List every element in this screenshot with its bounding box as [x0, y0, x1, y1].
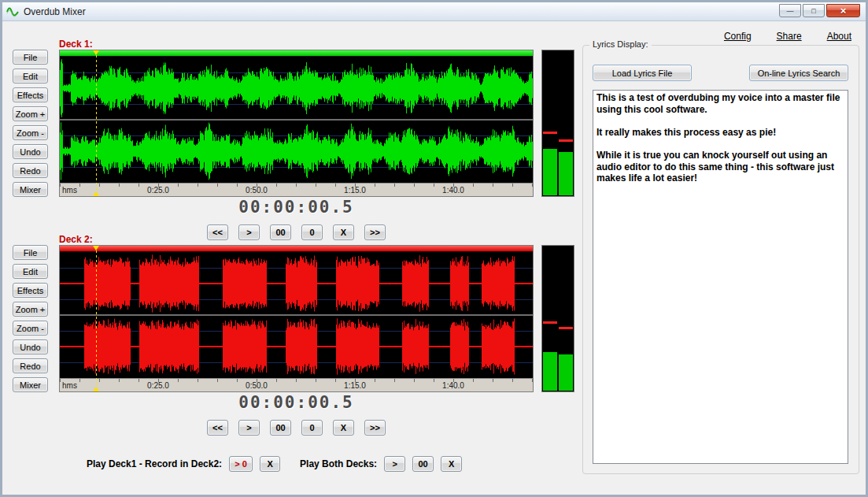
deck2-stop-button[interactable]: X — [333, 420, 354, 436]
about-link[interactable]: About — [827, 31, 851, 42]
vu-peak-marker — [559, 139, 573, 142]
deck1-progress-bar[interactable] — [60, 50, 533, 57]
app-icon — [6, 6, 20, 18]
play-both-button[interactable]: > — [384, 456, 405, 472]
timeline-tick-label: 0:25.0 — [135, 186, 182, 195]
deck2-rewind-button[interactable]: << — [207, 420, 228, 436]
vu-peak-marker — [559, 327, 573, 329]
play-both-reset-button[interactable]: 00 — [412, 456, 434, 472]
client-area: Config Share About Deck 1: File Edit Eff… — [2, 21, 866, 495]
deck2-reset-0-button[interactable]: 0 — [301, 420, 323, 436]
deck1-undo-button[interactable]: Undo — [13, 144, 48, 159]
deck1-vu-meter — [541, 50, 574, 197]
deck2-play-button[interactable]: > — [238, 420, 260, 436]
timeline-tick-label: 1:40.0 — [430, 381, 477, 390]
deck1-wave-panel: hms 0:25.0 0:50.0 1:15.0 1:40.0 — [59, 50, 534, 197]
deck1-effects-button[interactable]: Effects — [13, 87, 48, 102]
deck1-file-button[interactable]: File — [13, 50, 48, 65]
timeline-tick-label: 1:40.0 — [430, 186, 477, 195]
vu-level-fill — [559, 354, 573, 391]
deck2-zoom-out-button[interactable]: Zoom - — [13, 321, 48, 336]
window-title: Overdub Mixer — [24, 6, 86, 17]
deck2-zoom-in-button[interactable]: Zoom + — [13, 302, 48, 317]
play-both-label: Play Both Decks: — [300, 458, 377, 469]
timeline-tick-label: 0:50.0 — [233, 186, 280, 195]
deck2-playhead-cursor[interactable] — [96, 246, 97, 391]
deck2-effects-button[interactable]: Effects — [13, 283, 48, 298]
deck1-rewind-button[interactable]: << — [207, 224, 228, 240]
deck2-progress-bar[interactable] — [60, 246, 533, 252]
deck1-redo-button[interactable]: Redo — [13, 163, 48, 178]
timeline-unit-label: hms — [62, 186, 77, 195]
deck2-time-display: 00:00:00.5 — [59, 393, 534, 412]
deck1-edit-button[interactable]: Edit — [13, 69, 48, 83]
titlebar[interactable]: Overdub Mixer — □ × — [2, 2, 866, 21]
deck2-redo-button[interactable]: Redo — [13, 358, 48, 373]
deck1-waveform[interactable] — [60, 57, 533, 183]
maximize-button[interactable]: □ — [803, 4, 825, 17]
deck2-file-button[interactable]: File — [13, 245, 48, 260]
timeline-tick-label: 0:50.0 — [233, 381, 280, 390]
timeline-tick-label: 1:15.0 — [331, 381, 379, 390]
share-link[interactable]: Share — [777, 31, 802, 42]
deck1-label: Deck 1: — [59, 39, 93, 50]
deck1-time-display: 00:00:00.5 — [59, 198, 534, 217]
overdub-mixer-window: Overdub Mixer — □ × Config Share About D… — [0, 0, 868, 497]
lyrics-panel: Lyrics Display: Load Lyrics File On-line… — [582, 45, 859, 474]
vu-level-fill — [543, 352, 557, 391]
overdub-record-button[interactable]: > 0 — [229, 456, 253, 472]
vu-level-fill — [559, 152, 573, 195]
vu-peak-marker — [543, 132, 557, 134]
minimize-button[interactable]: — — [779, 4, 801, 17]
vu-channel-right — [559, 247, 573, 391]
vu-level-fill — [543, 149, 557, 195]
deck2-timeline: hms 0:25.0 0:50.0 1:15.0 1:40.0 — [60, 378, 533, 391]
deck1-playhead-cursor[interactable] — [96, 50, 97, 196]
deck1-zoom-in-button[interactable]: Zoom + — [13, 106, 48, 121]
deck1-forward-button[interactable]: >> — [364, 224, 386, 240]
deck2-button-column: File Edit Effects Zoom + Zoom - Undo Red… — [13, 245, 48, 392]
deck2-undo-button[interactable]: Undo — [13, 339, 48, 354]
deck2-transport: << > 00 0 X >> — [59, 420, 534, 436]
deck2-edit-button[interactable]: Edit — [13, 264, 48, 279]
deck2-reset-00-button[interactable]: 00 — [270, 420, 291, 436]
close-button[interactable]: × — [826, 4, 860, 17]
timeline-unit-label: hms — [62, 381, 77, 390]
deck2-mixer-button[interactable]: Mixer — [13, 377, 48, 392]
deck1-transport: << > 00 0 X >> — [59, 224, 534, 240]
vu-channel-left — [543, 247, 557, 391]
overdub-stop-button[interactable]: X — [260, 456, 280, 472]
lyrics-textarea[interactable]: This is a test of overdubing my voice in… — [593, 90, 848, 464]
lyrics-panel-title: Lyrics Display: — [589, 39, 652, 49]
deck1-button-column: File Edit Effects Zoom + Zoom - Undo Red… — [13, 50, 48, 197]
timeline-tick-label: 1:15.0 — [331, 186, 379, 195]
play-both-stop-button[interactable]: X — [441, 456, 462, 472]
vu-channel-left — [543, 51, 557, 195]
deck2-wave-panel: hms 0:25.0 0:50.0 1:15.0 1:40.0 — [59, 245, 534, 392]
nav-links: Config Share About — [724, 31, 851, 42]
config-link[interactable]: Config — [724, 31, 752, 42]
window-controls: — □ × — [779, 4, 860, 17]
deck2-vu-meter — [541, 245, 574, 392]
deck2-waveform[interactable] — [60, 252, 533, 378]
deck1-play-button[interactable]: > — [238, 224, 260, 240]
deck2-label: Deck 2: — [59, 234, 93, 245]
play-record-label: Play Deck1 - Record in Deck2: — [87, 458, 222, 469]
vu-peak-marker — [543, 321, 557, 324]
deck1-stop-button[interactable]: X — [333, 224, 354, 240]
deck1-reset-00-button[interactable]: 00 — [270, 224, 291, 240]
deck2-forward-button[interactable]: >> — [364, 420, 386, 436]
bottom-controls: Play Deck1 - Record in Deck2: > 0 X Play… — [87, 454, 462, 473]
deck1-mixer-button[interactable]: Mixer — [13, 182, 48, 197]
deck1-zoom-out-button[interactable]: Zoom - — [13, 125, 48, 140]
deck1-timeline: hms 0:25.0 0:50.0 1:15.0 1:40.0 — [60, 183, 533, 196]
online-lyrics-search-button[interactable]: On-line Lyrics Search — [749, 65, 848, 81]
vu-channel-right — [559, 51, 573, 195]
deck1-reset-0-button[interactable]: 0 — [301, 224, 323, 240]
timeline-tick-label: 0:25.0 — [135, 381, 182, 390]
load-lyrics-file-button[interactable]: Load Lyrics File — [593, 65, 692, 81]
